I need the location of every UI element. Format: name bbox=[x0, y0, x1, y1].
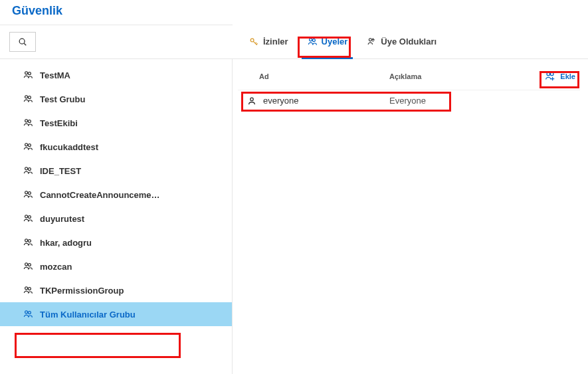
group-label: Tüm Kullanıcılar Grubu bbox=[40, 310, 136, 320]
window-title: Güvenlik bbox=[12, 4, 62, 18]
svg-point-22 bbox=[28, 288, 31, 290]
svg-point-25 bbox=[250, 39, 254, 42]
svg-point-29 bbox=[547, 72, 550, 76]
tab-label: Üye Oldukları bbox=[381, 37, 437, 47]
tab-label: İzinler bbox=[263, 37, 288, 47]
group-icon bbox=[23, 94, 33, 104]
svg-point-18 bbox=[28, 240, 31, 242]
svg-point-19 bbox=[25, 263, 28, 266]
group-icon bbox=[23, 118, 33, 128]
group-item[interactable]: hkar, adogru bbox=[0, 231, 232, 254]
tab-members[interactable]: Üyeler bbox=[298, 25, 357, 58]
group-item[interactable]: IDE_TEST bbox=[0, 159, 232, 183]
group-icon bbox=[23, 213, 33, 224]
group-list: TestMA Test Grubu TestEkibi fkucukaddtes… bbox=[0, 59, 233, 374]
group-label: CannotCreateAnnounceme… bbox=[40, 190, 160, 200]
group-label: Test Grubu bbox=[40, 94, 85, 104]
svg-point-31 bbox=[250, 98, 253, 100]
svg-point-16 bbox=[28, 216, 31, 219]
group-item[interactable]: fkucukaddtest bbox=[0, 135, 232, 159]
svg-point-6 bbox=[28, 96, 31, 99]
svg-point-10 bbox=[28, 144, 31, 147]
group-icon bbox=[23, 189, 33, 200]
group-item[interactable]: mozcan bbox=[0, 254, 232, 278]
svg-point-30 bbox=[551, 72, 554, 76]
member-desc: Everyone bbox=[389, 96, 575, 106]
member-name: everyone bbox=[263, 96, 298, 106]
group-icon bbox=[23, 309, 33, 320]
table-header: Ad Açıklama Ekle bbox=[238, 64, 580, 90]
column-desc: Açıklama bbox=[389, 72, 539, 80]
group-item[interactable]: TestEkibi bbox=[0, 111, 232, 135]
group-label: hkar, adogru bbox=[40, 238, 92, 248]
svg-point-23 bbox=[25, 311, 28, 314]
group-item[interactable]: duyurutest bbox=[0, 207, 232, 231]
add-member-button[interactable]: Ekle bbox=[539, 68, 580, 84]
members-table: Ad Açıklama Ekle everyone Everyone bbox=[233, 59, 588, 111]
tab-member-of[interactable]: Üye Oldukları bbox=[357, 25, 446, 58]
svg-point-5 bbox=[25, 96, 28, 98]
titlebar: Güvenlik bbox=[0, 0, 588, 25]
svg-point-8 bbox=[28, 120, 31, 123]
svg-point-3 bbox=[25, 72, 28, 74]
tab-permissions[interactable]: İzinler bbox=[239, 25, 298, 58]
key-icon bbox=[248, 37, 259, 47]
main: TestMA Test Grubu TestEkibi fkucukaddtes… bbox=[0, 59, 588, 374]
group-item-selected[interactable]: Tüm Kullanıcılar Grubu bbox=[0, 302, 232, 326]
group-label: TestEkibi bbox=[40, 118, 78, 128]
svg-point-14 bbox=[28, 192, 31, 195]
search-input[interactable] bbox=[9, 32, 36, 52]
group-label: duyurutest bbox=[40, 214, 84, 224]
svg-point-17 bbox=[25, 239, 28, 242]
window-controls bbox=[555, 6, 579, 17]
svg-point-27 bbox=[312, 39, 315, 41]
group-icon bbox=[23, 165, 33, 176]
group-icon bbox=[23, 141, 33, 152]
svg-point-24 bbox=[28, 312, 31, 314]
group-item[interactable]: Test Grubu bbox=[0, 87, 232, 111]
svg-point-13 bbox=[25, 191, 28, 194]
content: İzinler Üyeler Üye Oldukları Ad Açıklama… bbox=[233, 59, 588, 374]
svg-point-7 bbox=[25, 120, 28, 122]
svg-point-9 bbox=[25, 143, 28, 146]
search-icon bbox=[18, 37, 27, 47]
group-label: TestMA bbox=[40, 70, 70, 80]
group-icon bbox=[23, 70, 33, 80]
svg-point-15 bbox=[25, 215, 28, 218]
svg-point-20 bbox=[28, 264, 31, 266]
group-icon bbox=[23, 285, 33, 296]
group-item[interactable]: CannotCreateAnnounceme… bbox=[0, 183, 232, 207]
member-of-icon bbox=[366, 37, 377, 47]
group-label: TKPermissionGroup bbox=[40, 286, 124, 296]
svg-point-21 bbox=[25, 287, 28, 290]
group-label: fkucukaddtest bbox=[40, 142, 98, 152]
svg-point-12 bbox=[28, 168, 31, 171]
column-name: Ad bbox=[243, 72, 389, 80]
add-label: Ekle bbox=[560, 72, 575, 80]
group-icon bbox=[23, 261, 33, 272]
row-name: everyone bbox=[243, 96, 389, 106]
group-label: mozcan bbox=[40, 262, 72, 272]
group-label: IDE_TEST bbox=[40, 166, 81, 176]
tabs: İzinler Üyeler Üye Oldukları bbox=[233, 25, 588, 59]
table-row[interactable]: everyone Everyone bbox=[238, 90, 580, 111]
svg-point-28 bbox=[369, 38, 372, 41]
group-icon bbox=[23, 237, 33, 248]
svg-point-26 bbox=[309, 38, 312, 41]
svg-point-4 bbox=[28, 72, 31, 75]
user-add-icon bbox=[544, 70, 556, 82]
user-icon bbox=[247, 96, 256, 106]
svg-point-11 bbox=[25, 167, 28, 170]
group-item[interactable]: TKPermissionGroup bbox=[0, 278, 232, 302]
tab-label: Üyeler bbox=[322, 37, 348, 47]
svg-point-0 bbox=[19, 39, 25, 44]
group-item[interactable]: TestMA bbox=[0, 63, 232, 87]
members-icon bbox=[307, 37, 318, 47]
